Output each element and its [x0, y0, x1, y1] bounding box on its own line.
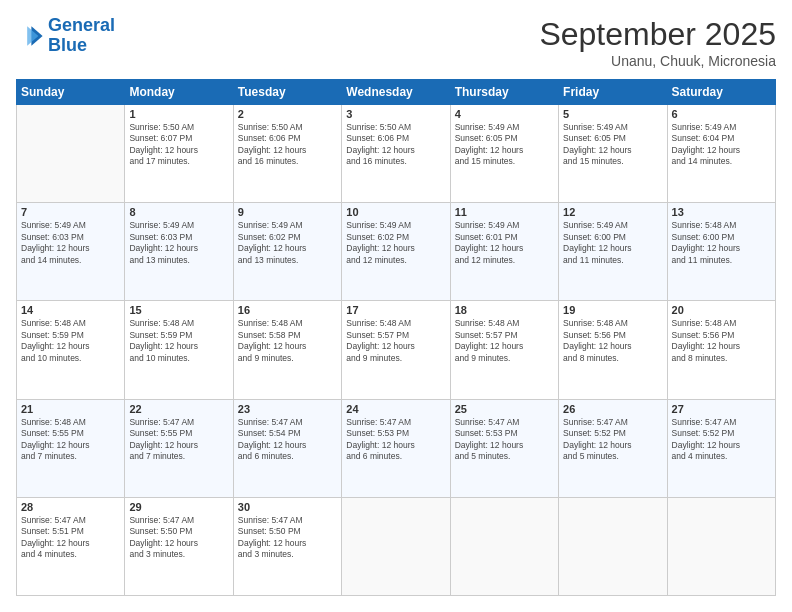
calendar-cell: 14Sunrise: 5:48 AM Sunset: 5:59 PM Dayli… — [17, 301, 125, 399]
calendar-cell — [559, 497, 667, 595]
day-info: Sunrise: 5:48 AM Sunset: 5:57 PM Dayligh… — [346, 318, 445, 364]
day-info: Sunrise: 5:47 AM Sunset: 5:50 PM Dayligh… — [129, 515, 228, 561]
day-number: 30 — [238, 501, 337, 513]
day-info: Sunrise: 5:47 AM Sunset: 5:53 PM Dayligh… — [455, 417, 554, 463]
header: General Blue September 2025 Unanu, Chuuk… — [16, 16, 776, 69]
day-number: 27 — [672, 403, 771, 415]
calendar-cell — [17, 105, 125, 203]
day-info: Sunrise: 5:47 AM Sunset: 5:51 PM Dayligh… — [21, 515, 120, 561]
calendar-cell: 19Sunrise: 5:48 AM Sunset: 5:56 PM Dayli… — [559, 301, 667, 399]
week-row-4: 21Sunrise: 5:48 AM Sunset: 5:55 PM Dayli… — [17, 399, 776, 497]
day-number: 26 — [563, 403, 662, 415]
calendar-cell: 23Sunrise: 5:47 AM Sunset: 5:54 PM Dayli… — [233, 399, 341, 497]
day-info: Sunrise: 5:48 AM Sunset: 5:56 PM Dayligh… — [563, 318, 662, 364]
day-info: Sunrise: 5:48 AM Sunset: 5:58 PM Dayligh… — [238, 318, 337, 364]
day-number: 5 — [563, 108, 662, 120]
calendar-cell: 18Sunrise: 5:48 AM Sunset: 5:57 PM Dayli… — [450, 301, 558, 399]
day-number: 13 — [672, 206, 771, 218]
calendar-cell: 5Sunrise: 5:49 AM Sunset: 6:05 PM Daylig… — [559, 105, 667, 203]
day-number: 9 — [238, 206, 337, 218]
calendar-cell: 3Sunrise: 5:50 AM Sunset: 6:06 PM Daylig… — [342, 105, 450, 203]
calendar-cell: 27Sunrise: 5:47 AM Sunset: 5:52 PM Dayli… — [667, 399, 775, 497]
day-number: 19 — [563, 304, 662, 316]
day-info: Sunrise: 5:48 AM Sunset: 5:59 PM Dayligh… — [129, 318, 228, 364]
calendar-cell: 2Sunrise: 5:50 AM Sunset: 6:06 PM Daylig… — [233, 105, 341, 203]
calendar-cell: 10Sunrise: 5:49 AM Sunset: 6:02 PM Dayli… — [342, 203, 450, 301]
week-row-3: 14Sunrise: 5:48 AM Sunset: 5:59 PM Dayli… — [17, 301, 776, 399]
day-number: 6 — [672, 108, 771, 120]
day-info: Sunrise: 5:48 AM Sunset: 5:57 PM Dayligh… — [455, 318, 554, 364]
day-info: Sunrise: 5:47 AM Sunset: 5:55 PM Dayligh… — [129, 417, 228, 463]
calendar-cell: 4Sunrise: 5:49 AM Sunset: 6:05 PM Daylig… — [450, 105, 558, 203]
day-info: Sunrise: 5:47 AM Sunset: 5:53 PM Dayligh… — [346, 417, 445, 463]
calendar-cell: 12Sunrise: 5:49 AM Sunset: 6:00 PM Dayli… — [559, 203, 667, 301]
day-number: 18 — [455, 304, 554, 316]
day-number: 4 — [455, 108, 554, 120]
day-info: Sunrise: 5:50 AM Sunset: 6:07 PM Dayligh… — [129, 122, 228, 168]
logo-line2: Blue — [48, 35, 87, 55]
day-info: Sunrise: 5:48 AM Sunset: 5:55 PM Dayligh… — [21, 417, 120, 463]
day-number: 3 — [346, 108, 445, 120]
calendar-cell: 25Sunrise: 5:47 AM Sunset: 5:53 PM Dayli… — [450, 399, 558, 497]
day-info: Sunrise: 5:48 AM Sunset: 5:59 PM Dayligh… — [21, 318, 120, 364]
col-monday: Monday — [125, 80, 233, 105]
day-number: 15 — [129, 304, 228, 316]
day-info: Sunrise: 5:49 AM Sunset: 6:01 PM Dayligh… — [455, 220, 554, 266]
day-number: 28 — [21, 501, 120, 513]
day-number: 22 — [129, 403, 228, 415]
day-number: 29 — [129, 501, 228, 513]
day-info: Sunrise: 5:49 AM Sunset: 6:00 PM Dayligh… — [563, 220, 662, 266]
day-info: Sunrise: 5:49 AM Sunset: 6:05 PM Dayligh… — [563, 122, 662, 168]
week-row-5: 28Sunrise: 5:47 AM Sunset: 5:51 PM Dayli… — [17, 497, 776, 595]
calendar-cell: 16Sunrise: 5:48 AM Sunset: 5:58 PM Dayli… — [233, 301, 341, 399]
day-number: 1 — [129, 108, 228, 120]
calendar-cell: 22Sunrise: 5:47 AM Sunset: 5:55 PM Dayli… — [125, 399, 233, 497]
week-row-2: 7Sunrise: 5:49 AM Sunset: 6:03 PM Daylig… — [17, 203, 776, 301]
day-info: Sunrise: 5:47 AM Sunset: 5:52 PM Dayligh… — [563, 417, 662, 463]
col-thursday: Thursday — [450, 80, 558, 105]
calendar-cell: 15Sunrise: 5:48 AM Sunset: 5:59 PM Dayli… — [125, 301, 233, 399]
calendar-cell: 1Sunrise: 5:50 AM Sunset: 6:07 PM Daylig… — [125, 105, 233, 203]
day-info: Sunrise: 5:49 AM Sunset: 6:03 PM Dayligh… — [21, 220, 120, 266]
day-number: 16 — [238, 304, 337, 316]
calendar-cell: 24Sunrise: 5:47 AM Sunset: 5:53 PM Dayli… — [342, 399, 450, 497]
day-number: 12 — [563, 206, 662, 218]
day-info: Sunrise: 5:49 AM Sunset: 6:05 PM Dayligh… — [455, 122, 554, 168]
day-number: 8 — [129, 206, 228, 218]
day-info: Sunrise: 5:49 AM Sunset: 6:04 PM Dayligh… — [672, 122, 771, 168]
page: General Blue September 2025 Unanu, Chuuk… — [0, 0, 792, 612]
month-title: September 2025 — [539, 16, 776, 53]
day-info: Sunrise: 5:48 AM Sunset: 5:56 PM Dayligh… — [672, 318, 771, 364]
calendar-header-row: Sunday Monday Tuesday Wednesday Thursday… — [17, 80, 776, 105]
col-sunday: Sunday — [17, 80, 125, 105]
logo-text: General Blue — [48, 16, 115, 56]
day-number: 10 — [346, 206, 445, 218]
calendar-cell: 9Sunrise: 5:49 AM Sunset: 6:02 PM Daylig… — [233, 203, 341, 301]
day-number: 20 — [672, 304, 771, 316]
day-number: 2 — [238, 108, 337, 120]
day-info: Sunrise: 5:50 AM Sunset: 6:06 PM Dayligh… — [346, 122, 445, 168]
calendar-cell: 17Sunrise: 5:48 AM Sunset: 5:57 PM Dayli… — [342, 301, 450, 399]
day-info: Sunrise: 5:49 AM Sunset: 6:03 PM Dayligh… — [129, 220, 228, 266]
day-info: Sunrise: 5:49 AM Sunset: 6:02 PM Dayligh… — [238, 220, 337, 266]
day-number: 7 — [21, 206, 120, 218]
calendar-cell: 11Sunrise: 5:49 AM Sunset: 6:01 PM Dayli… — [450, 203, 558, 301]
logo: General Blue — [16, 16, 115, 56]
day-number: 24 — [346, 403, 445, 415]
calendar-cell: 30Sunrise: 5:47 AM Sunset: 5:50 PM Dayli… — [233, 497, 341, 595]
col-saturday: Saturday — [667, 80, 775, 105]
day-info: Sunrise: 5:47 AM Sunset: 5:50 PM Dayligh… — [238, 515, 337, 561]
day-number: 25 — [455, 403, 554, 415]
day-number: 23 — [238, 403, 337, 415]
col-wednesday: Wednesday — [342, 80, 450, 105]
calendar-cell: 7Sunrise: 5:49 AM Sunset: 6:03 PM Daylig… — [17, 203, 125, 301]
calendar-cell — [342, 497, 450, 595]
subtitle: Unanu, Chuuk, Micronesia — [539, 53, 776, 69]
logo-icon — [16, 22, 44, 50]
calendar-cell — [667, 497, 775, 595]
day-info: Sunrise: 5:47 AM Sunset: 5:52 PM Dayligh… — [672, 417, 771, 463]
col-friday: Friday — [559, 80, 667, 105]
day-info: Sunrise: 5:49 AM Sunset: 6:02 PM Dayligh… — [346, 220, 445, 266]
day-number: 21 — [21, 403, 120, 415]
calendar-table: Sunday Monday Tuesday Wednesday Thursday… — [16, 79, 776, 596]
